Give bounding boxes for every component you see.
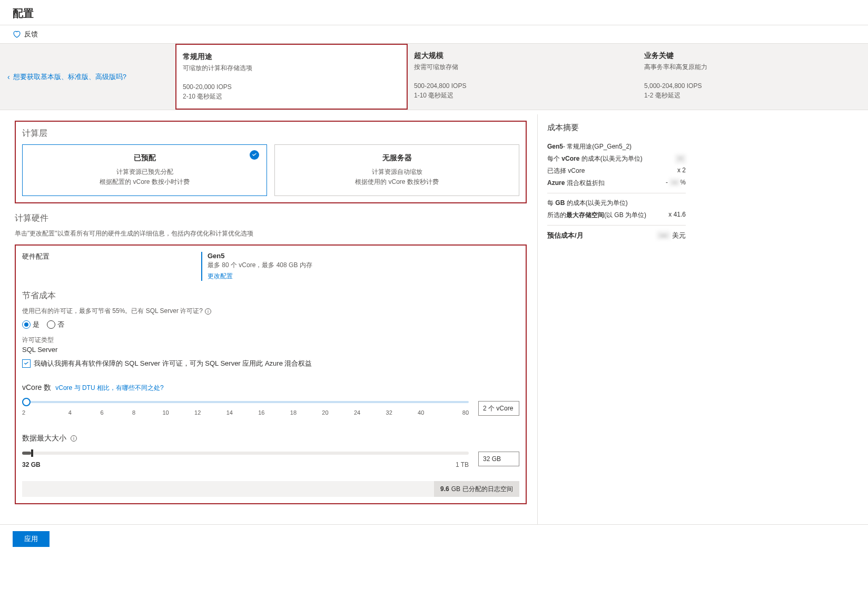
hardware-title: 计算硬件	[15, 213, 527, 224]
tier-subtitle: 可缩放的计算和存储选项	[183, 64, 400, 73]
footer: 应用	[0, 524, 868, 553]
hardware-gen-name: Gen5	[208, 252, 519, 260]
summary-title: 成本摘要	[547, 123, 686, 133]
compute-layer-section: 计算层 已预配 计算资源已预先分配 根据配置的 vCore 数按小时计费 无服务…	[15, 121, 527, 203]
compute-card-provisioned[interactable]: 已预配 计算资源已预先分配 根据配置的 vCore 数按小时计费	[22, 144, 267, 196]
tier-spec: 5,000-204,800 IOPS	[644, 81, 862, 91]
tier-business-critical[interactable]: 业务关键 高事务率和高复原能力 5,000-204,800 IOPS 1-2 毫…	[638, 44, 868, 110]
savings-title: 节省成本	[22, 290, 519, 301]
tier-spec: 500-20,000 IOPS	[183, 82, 400, 92]
radio-yes[interactable]: 是	[22, 320, 40, 329]
radio-label: 是	[33, 320, 40, 329]
summary-total-label: 预估成本/月	[547, 231, 584, 240]
vcore-title: vCore 数	[22, 383, 51, 393]
logspace-label: 已分配的日志空间	[462, 485, 513, 494]
summary-total-unit: 美元	[672, 231, 686, 239]
radio-label: 否	[57, 320, 64, 329]
logspace-value: 9.6	[440, 485, 449, 493]
info-icon[interactable]: i	[71, 435, 77, 442]
change-config-link[interactable]: 更改配置	[208, 272, 233, 281]
datasize-slider[interactable]: 32 GB 1 TB	[22, 448, 469, 469]
compute-card-serverless[interactable]: 无服务器 计算资源自动缩放 根据使用的 vCore 数按秒计费	[274, 144, 519, 196]
confirm-label: 我确认我拥有具有软件保障的 SQL Server 许可证，可为 SQL Serv…	[34, 359, 312, 368]
vcore-slider[interactable]: 246810121416182024324080	[22, 398, 469, 419]
tier-subtitle: 按需可缩放存储	[414, 63, 632, 72]
slider-ticks: 246810121416182024324080	[22, 409, 469, 416]
license-type-value: SQL Server	[22, 346, 519, 354]
vcore-value-box: 2 个 vCore	[478, 401, 519, 416]
apply-button[interactable]: 应用	[13, 531, 50, 547]
tier-general-purpose[interactable]: 常规用途 可缩放的计算和存储选项 500-20,000 IOPS 2-10 毫秒…	[175, 44, 408, 110]
hardware-spec: 最多 80 个 vCore，最多 408 GB 内存	[208, 261, 519, 270]
tier-back-link[interactable]: ‹ 想要获取基本版、标准版、高级版吗?	[0, 44, 175, 110]
checkbox-icon	[22, 359, 31, 368]
page-title: 配置	[13, 6, 855, 21]
tier-hyperscale[interactable]: 超大规模 按需可缩放存储 500-204,800 IOPS 1-10 毫秒延迟	[408, 44, 638, 110]
vcore-help-link[interactable]: vCore 与 DTU 相比，有哪些不同之处?	[55, 384, 163, 393]
datasize-value-box: 32 GB	[478, 452, 519, 466]
compute-card-desc: 根据使用的 vCore 数按秒计费	[282, 177, 511, 187]
compute-card-title: 无服务器	[282, 153, 511, 163]
logspace-unit: GB	[451, 485, 460, 493]
tier-title: 常规用途	[183, 52, 400, 62]
hardware-label: 硬件配置	[22, 252, 180, 281]
tier-title: 业务关键	[644, 51, 862, 61]
compute-card-desc: 计算资源自动缩放	[282, 167, 511, 177]
slider-min-label: 32 GB	[22, 461, 41, 468]
info-icon[interactable]: i	[205, 308, 211, 315]
radio-icon	[22, 320, 31, 329]
tier-row: ‹ 想要获取基本版、标准版、高级版吗? 常规用途 可缩放的计算和存储选项 500…	[0, 44, 868, 110]
cost-summary-panel: 成本摘要 Gen5- 常规用途(GP_Gen5_2) 每个 vCore 的成本(…	[537, 114, 695, 524]
confirm-checkbox-row[interactable]: 我确认我拥有具有软件保障的 SQL Server 许可证，可为 SQL Serv…	[22, 359, 519, 368]
savings-question: 使用已有的许可证，最多可节省 55%。已有 SQL Server 许可证?	[22, 307, 203, 316]
chevron-left-icon: ‹	[7, 73, 10, 81]
section-title: 计算层	[22, 128, 519, 139]
slider-max-label: 1 TB	[456, 461, 469, 468]
tier-title: 超大规模	[414, 51, 632, 61]
hardware-config-section: 硬件配置 Gen5 最多 80 个 vCore，最多 408 GB 内存 更改配…	[15, 244, 527, 504]
radio-icon	[47, 320, 55, 329]
datasize-title: 数据最大大小	[22, 434, 66, 443]
heart-icon	[13, 30, 21, 38]
tier-spec: 500-204,800 IOPS	[414, 81, 632, 91]
feedback-bar[interactable]: 反馈	[0, 25, 868, 44]
license-type-label: 许可证类型	[22, 336, 519, 345]
compute-card-desc: 计算资源已预先分配	[30, 167, 259, 177]
slider-thumb[interactable]	[22, 398, 31, 406]
license-radio-group: 是 否	[22, 320, 519, 329]
tier-spec: 1-2 毫秒延迟	[644, 91, 862, 100]
page-header: 配置	[0, 0, 868, 25]
hardware-desc: 单击"更改配置"以查看所有可用的硬件生成的详细信息，包括内存优化和计算优化选项	[15, 229, 527, 238]
tier-subtitle: 高事务率和高复原能力	[644, 63, 862, 72]
slider-thumb[interactable]	[31, 449, 33, 457]
log-space-bar: 9.6 GB 已分配的日志空间	[22, 481, 519, 497]
tier-spec: 1-10 毫秒延迟	[414, 91, 632, 100]
tier-back-label: 想要获取基本版、标准版、高级版吗?	[13, 72, 126, 82]
radio-no[interactable]: 否	[47, 320, 64, 329]
compute-card-title: 已预配	[30, 153, 259, 163]
feedback-label: 反馈	[24, 30, 38, 39]
check-icon	[250, 150, 259, 160]
compute-card-desc: 根据配置的 vCore 数按小时计费	[30, 177, 259, 187]
tier-spec: 2-10 毫秒延迟	[183, 92, 400, 101]
